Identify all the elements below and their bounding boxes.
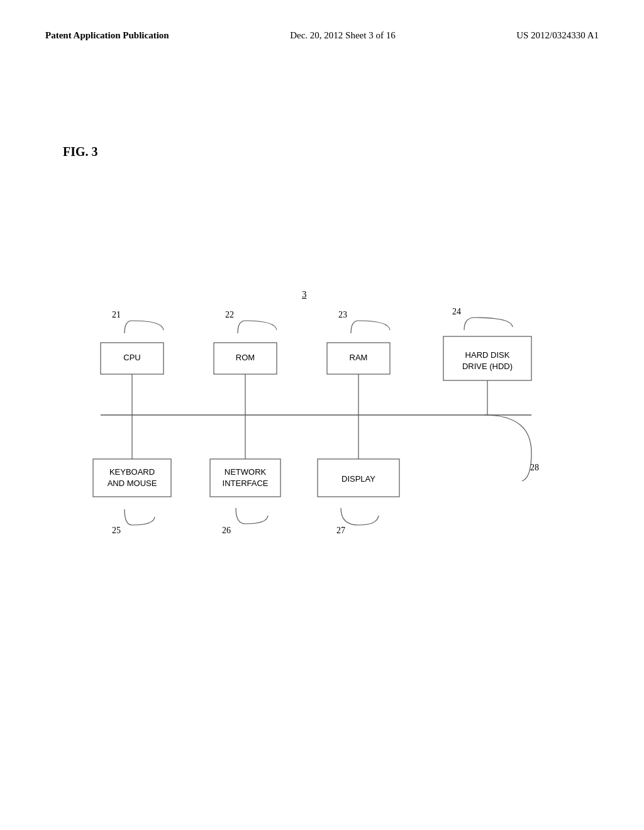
rom-label: ROM [236,353,255,362]
ref-23: 23 [338,310,347,319]
publication-date-sheet: Dec. 20, 2012 Sheet 3 of 16 [290,30,395,41]
patent-number: US 2012/0324330 A1 [516,30,599,41]
block-diagram: 21 22 23 24 CPU ROM RAM HARD DISK DRIVE … [57,296,597,560]
network-label-line2: INTERFACE [223,479,269,488]
ref-28: 28 [530,463,539,472]
cpu-label: CPU [123,353,140,362]
ref-24: 24 [452,307,461,316]
ref-25: 25 [112,526,121,535]
display-label: DISPLAY [341,474,375,484]
keyboard-label-line2: AND MOUSE [108,479,157,488]
keyboard-label-line1: KEYBOARD [109,467,155,477]
figure-label: FIG. 3 [63,145,98,159]
hdd-label-line2: DRIVE (HDD) [462,362,513,371]
hdd-label-line1: HARD DISK [465,350,510,360]
ref-22: 22 [225,310,234,319]
ref-27: 27 [336,526,345,535]
ref-26: 26 [222,526,231,535]
ref-21: 21 [112,310,121,319]
page: Patent Application Publication Dec. 20, … [0,0,644,830]
patent-publication-label: Patent Application Publication [45,30,169,41]
keyboard-box [93,459,171,497]
header: Patent Application Publication Dec. 20, … [0,0,644,41]
network-label-line1: NETWORK [225,467,267,477]
ram-label: RAM [350,353,368,362]
diagram-container: 21 22 23 24 CPU ROM RAM HARD DISK DRIVE … [57,296,597,562]
network-box [210,459,280,497]
